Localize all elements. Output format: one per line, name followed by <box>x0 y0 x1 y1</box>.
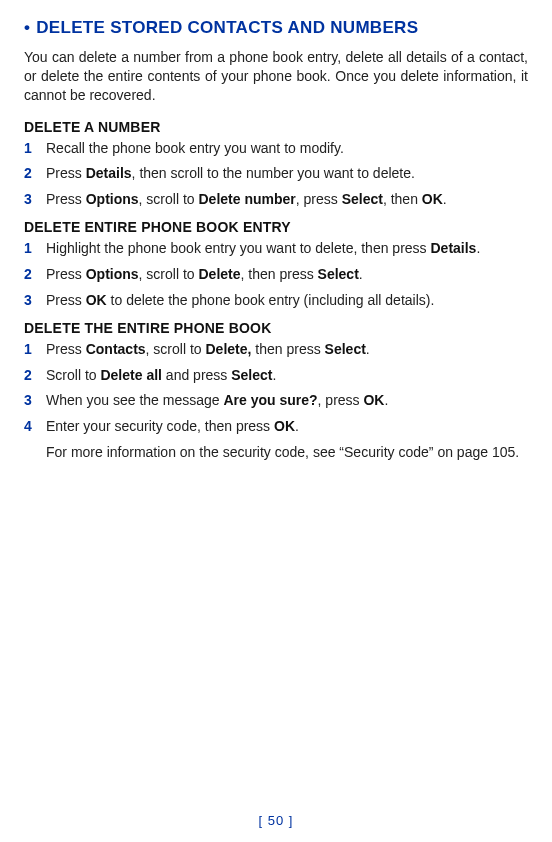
bold-run: Options <box>86 191 139 207</box>
step: 1 Recall the phone book entry you want t… <box>24 139 528 159</box>
section-delete-entire-entry: DELETE ENTIRE PHONE BOOK ENTRY 1 Highlig… <box>24 219 528 310</box>
text-run: . <box>384 392 388 408</box>
step-text: Press OK to delete the phone book entry … <box>46 291 528 311</box>
text-run: , press <box>318 392 364 408</box>
bold-run: Details <box>430 240 476 256</box>
text-run: . <box>476 240 480 256</box>
text-run: . <box>295 418 299 434</box>
step: 1 Highlight the phone book entry you wan… <box>24 239 528 259</box>
step-number: 3 <box>24 190 46 210</box>
step-number: 2 <box>24 265 46 285</box>
step: 3 Press OK to delete the phone book entr… <box>24 291 528 311</box>
step: 2 Scroll to Delete all and press Select. <box>24 366 528 386</box>
text-run: . <box>443 191 447 207</box>
step-number: 2 <box>24 164 46 184</box>
text-run: Highlight the phone book entry you want … <box>46 240 430 256</box>
text-run: . <box>366 341 370 357</box>
text-run: Press <box>46 165 86 181</box>
text-run: Scroll to <box>46 367 100 383</box>
text-run: , then press <box>241 266 318 282</box>
step: 1 Press Contacts, scroll to Delete, then… <box>24 340 528 360</box>
bold-run: Select <box>318 266 359 282</box>
step-number: 3 <box>24 391 46 411</box>
step: 4 Enter your security code, then press O… <box>24 417 528 437</box>
text-run: Press <box>46 266 86 282</box>
text-run: , then scroll to the number you want to … <box>132 165 415 181</box>
bold-run: Select <box>231 367 272 383</box>
bold-run: Delete, <box>206 341 252 357</box>
bold-run: Delete all <box>100 367 161 383</box>
note-text: For more information on the security cod… <box>46 443 528 463</box>
step-text: Press Options, scroll to Delete, then pr… <box>46 265 528 285</box>
bold-run: Contacts <box>86 341 146 357</box>
step: 3 When you see the message Are you sure?… <box>24 391 528 411</box>
text-run: , press <box>296 191 342 207</box>
bold-run: Select <box>325 341 366 357</box>
text-run: Enter your security code, then press <box>46 418 274 434</box>
intro-paragraph: You can delete a number from a phone boo… <box>24 48 528 105</box>
text-run: to delete the phone book entry (includin… <box>107 292 435 308</box>
bold-run: Details <box>86 165 132 181</box>
subheading: DELETE THE ENTIRE PHONE BOOK <box>24 320 528 336</box>
bold-run: Options <box>86 266 139 282</box>
text-run: Press <box>46 341 86 357</box>
step: 3 Press Options, scroll to Delete number… <box>24 190 528 210</box>
bullet-icon: • <box>24 18 30 38</box>
document-page: •DELETE STORED CONTACTS AND NUMBERS You … <box>0 0 552 462</box>
text-run: . <box>359 266 363 282</box>
step-text: Highlight the phone book entry you want … <box>46 239 528 259</box>
main-heading: •DELETE STORED CONTACTS AND NUMBERS <box>24 18 528 38</box>
text-run: , then <box>383 191 422 207</box>
step-text: When you see the message Are you sure?, … <box>46 391 528 411</box>
text-run: , scroll to <box>146 341 206 357</box>
step: 2 Press Details, then scroll to the numb… <box>24 164 528 184</box>
step-number: 3 <box>24 291 46 311</box>
subheading: DELETE A NUMBER <box>24 119 528 135</box>
step-text: Press Details, then scroll to the number… <box>46 164 528 184</box>
section-delete-a-number: DELETE A NUMBER 1 Recall the phone book … <box>24 119 528 210</box>
bold-run: OK <box>422 191 443 207</box>
text-run: then press <box>251 341 324 357</box>
step: 2 Press Options, scroll to Delete, then … <box>24 265 528 285</box>
step-text: Scroll to Delete all and press Select. <box>46 366 528 386</box>
step-number: 1 <box>24 340 46 360</box>
text-run: and press <box>162 367 231 383</box>
step-number: 1 <box>24 139 46 159</box>
text-run: , scroll to <box>139 266 199 282</box>
bold-run: Delete number <box>198 191 295 207</box>
bold-run: OK <box>86 292 107 308</box>
bold-run: OK <box>274 418 295 434</box>
text-run: Press <box>46 292 86 308</box>
text-run: , scroll to <box>139 191 199 207</box>
step-text: Recall the phone book entry you want to … <box>46 139 528 159</box>
step-text: Enter your security code, then press OK. <box>46 417 528 437</box>
bold-run: Select <box>342 191 383 207</box>
step-number: 4 <box>24 417 46 437</box>
page-number: [ 50 ] <box>0 813 552 828</box>
text-run: Recall the phone book entry you want to … <box>46 140 344 156</box>
step-number: 1 <box>24 239 46 259</box>
step-number: 2 <box>24 366 46 386</box>
text-run: Press <box>46 191 86 207</box>
step-text: Press Contacts, scroll to Delete, then p… <box>46 340 528 360</box>
main-heading-text: DELETE STORED CONTACTS AND NUMBERS <box>36 18 418 37</box>
text-run: . <box>272 367 276 383</box>
step-text: Press Options, scroll to Delete number, … <box>46 190 528 210</box>
bold-run: Are you sure? <box>223 392 317 408</box>
text-run: When you see the message <box>46 392 223 408</box>
bold-run: Delete <box>198 266 240 282</box>
subheading: DELETE ENTIRE PHONE BOOK ENTRY <box>24 219 528 235</box>
bold-run: OK <box>363 392 384 408</box>
section-delete-entire-book: DELETE THE ENTIRE PHONE BOOK 1 Press Con… <box>24 320 528 462</box>
